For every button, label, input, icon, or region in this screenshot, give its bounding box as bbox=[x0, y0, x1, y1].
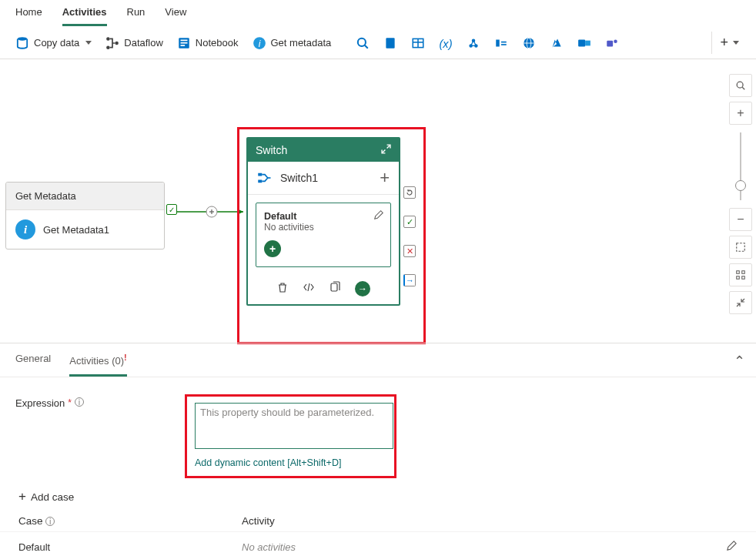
search-canvas-button[interactable] bbox=[729, 74, 752, 97]
case-default[interactable]: Default No activities + bbox=[256, 203, 391, 267]
add-activity-icon[interactable]: + bbox=[264, 240, 281, 257]
svg-rect-36 bbox=[331, 283, 337, 291]
tb-dataflow-label: Dataflow bbox=[124, 37, 163, 49]
expand-icon[interactable] bbox=[381, 144, 391, 156]
fail-anchor[interactable]: ✕ bbox=[403, 245, 416, 257]
col-activity-label: Activity bbox=[242, 515, 275, 527]
tb-get-metadata[interactable]: i Get metadata bbox=[246, 33, 338, 53]
expression-input[interactable] bbox=[195, 403, 393, 449]
node-switch[interactable]: Switch Switch1 + Default No activities +… bbox=[246, 137, 400, 306]
azure-icon bbox=[550, 36, 564, 50]
tb-copy-data-label: Copy data bbox=[34, 37, 79, 49]
svg-line-11 bbox=[365, 45, 368, 48]
node-get-metadata[interactable]: Get Metadata i Get Metadata1 bbox=[5, 182, 165, 250]
pipeline-canvas[interactable]: Get Metadata i Get Metadata1 ✓ Switch Sw… bbox=[0, 59, 756, 343]
zoom-handle[interactable] bbox=[735, 180, 746, 191]
svg-rect-12 bbox=[386, 38, 395, 49]
node-switch-title: Switch bbox=[256, 144, 287, 156]
case-default-title: Default bbox=[264, 211, 383, 222]
collapse-panel-icon[interactable]: ⌃ bbox=[734, 353, 745, 370]
svg-point-37 bbox=[737, 82, 743, 88]
menu-run[interactable]: Run bbox=[127, 6, 146, 26]
tab-general[interactable]: General bbox=[15, 353, 51, 377]
copy-icon[interactable] bbox=[329, 281, 341, 296]
tb-get-metadata-label: Get metadata bbox=[271, 37, 332, 49]
tb-webhook[interactable] bbox=[460, 33, 487, 53]
webhook-icon bbox=[467, 36, 480, 50]
zoom-slider[interactable] bbox=[740, 132, 741, 200]
add-case-icon[interactable]: + bbox=[380, 169, 390, 186]
menu-view[interactable]: View bbox=[165, 6, 186, 26]
tb-copy-data[interactable]: Copy data bbox=[9, 33, 98, 53]
expression-label: Expression * i bbox=[15, 394, 185, 478]
tab-activities[interactable]: Activities (0)! bbox=[69, 353, 126, 377]
case-table-header: Case i Activity bbox=[0, 511, 756, 531]
tb-script[interactable] bbox=[377, 33, 403, 53]
menu-activities[interactable]: Activities bbox=[62, 6, 107, 26]
tb-dataflow[interactable]: Dataflow bbox=[99, 33, 169, 53]
fit-screen-button[interactable] bbox=[729, 236, 752, 259]
case-row-activities: No activities bbox=[242, 541, 726, 553]
help-icon[interactable]: i bbox=[45, 517, 55, 526]
add-case-button[interactable]: + Add case bbox=[0, 483, 756, 511]
layout-button[interactable] bbox=[729, 263, 752, 286]
skip-anchor[interactable]: → bbox=[403, 274, 416, 286]
menu-home[interactable]: Home bbox=[15, 6, 42, 26]
notebook-icon bbox=[177, 36, 191, 50]
svg-rect-28 bbox=[607, 40, 614, 46]
help-icon[interactable]: i bbox=[75, 397, 84, 407]
script-icon bbox=[383, 36, 397, 50]
tb-notebook[interactable]: Notebook bbox=[171, 33, 245, 53]
col-case-label: Case bbox=[18, 515, 43, 527]
collapse-button[interactable] bbox=[729, 291, 752, 314]
zoom-in-button[interactable]: + bbox=[729, 102, 752, 125]
required-star: * bbox=[68, 397, 72, 408]
case-row-default[interactable]: Default No activities bbox=[0, 531, 756, 556]
search-icon bbox=[356, 36, 370, 50]
run-icon[interactable]: → bbox=[355, 281, 370, 296]
pencil-icon[interactable] bbox=[373, 209, 384, 223]
tb-table[interactable] bbox=[405, 33, 431, 53]
zoom-rail: + − bbox=[728, 74, 753, 314]
branch-icon bbox=[105, 36, 119, 50]
node-get-metadata-name: Get Metadata1 bbox=[43, 224, 109, 236]
svg-line-38 bbox=[742, 87, 744, 89]
tb-teams[interactable] bbox=[599, 33, 625, 53]
svg-point-31 bbox=[206, 206, 217, 217]
svg-rect-21 bbox=[501, 41, 507, 42]
tb-web[interactable] bbox=[516, 33, 542, 53]
success-anchor[interactable]: ✓ bbox=[403, 216, 416, 228]
zoom-out-button[interactable]: − bbox=[729, 208, 752, 231]
svg-rect-43 bbox=[742, 276, 745, 280]
node-switch-name: Switch1 bbox=[280, 172, 372, 184]
add-dynamic-content-link[interactable]: Add dynamic content [Alt+Shift+D] bbox=[195, 457, 341, 468]
success-output-anchor[interactable]: ✓ bbox=[166, 204, 177, 215]
svg-rect-40 bbox=[737, 271, 740, 274]
expression-highlight-frame: Add dynamic content [Alt+Shift+D] bbox=[185, 394, 396, 478]
table-icon bbox=[411, 36, 425, 50]
case-row-name: Default bbox=[18, 541, 242, 553]
tb-variable[interactable]: (x) bbox=[433, 33, 459, 53]
database-icon bbox=[15, 36, 29, 50]
info-icon: i bbox=[15, 219, 35, 239]
tb-outlook[interactable] bbox=[571, 33, 597, 53]
plus-icon: + bbox=[18, 489, 26, 504]
details-panel: ⌃ General Activities (0)! Expression * i… bbox=[0, 343, 756, 556]
svg-rect-41 bbox=[742, 271, 745, 274]
switch-output-anchors: ✓ ✕ → bbox=[403, 186, 416, 286]
code-icon[interactable] bbox=[303, 281, 315, 296]
tb-add-activity[interactable]: + bbox=[711, 32, 747, 54]
menu-bar: Home Activities Run View bbox=[0, 0, 756, 27]
info-icon: i bbox=[253, 36, 266, 50]
svg-point-2 bbox=[106, 45, 110, 49]
svg-rect-34 bbox=[258, 173, 262, 176]
pencil-icon[interactable] bbox=[726, 540, 738, 554]
tb-search[interactable] bbox=[350, 33, 376, 53]
retry-anchor[interactable] bbox=[403, 186, 416, 199]
svg-point-29 bbox=[614, 39, 618, 43]
svg-rect-20 bbox=[497, 39, 500, 46]
tb-key[interactable] bbox=[488, 33, 514, 53]
tb-azure[interactable] bbox=[544, 33, 570, 53]
svg-rect-42 bbox=[737, 276, 740, 280]
delete-icon[interactable] bbox=[276, 281, 289, 296]
